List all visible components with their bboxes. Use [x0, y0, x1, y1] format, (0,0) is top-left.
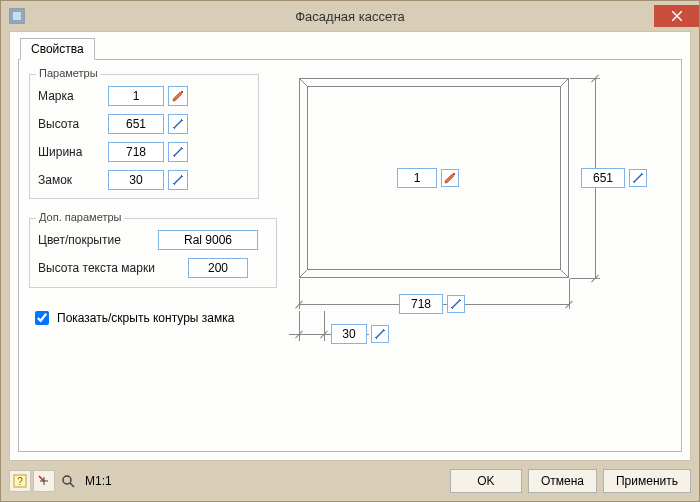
client-area: Свойства Параметры Марка Высота	[9, 31, 691, 461]
preview-measure-lock-button[interactable]	[371, 325, 389, 343]
svg-line-8	[174, 148, 182, 156]
measure-icon	[632, 172, 644, 184]
tab-panel: Параметры Марка Высота Ширина	[18, 59, 682, 452]
zoom-button[interactable]	[57, 470, 79, 492]
fieldset-extra: Доп. параметры Цвет/покрытие Высота текс…	[29, 218, 277, 288]
edit-mark-button[interactable]	[168, 86, 188, 106]
help-button[interactable]: ?	[9, 470, 31, 492]
input-text-height[interactable]	[188, 258, 248, 278]
svg-line-11	[174, 176, 182, 184]
measure-icon	[172, 118, 184, 130]
checkbox-row-show-lock[interactable]: Показать/скрыть контуры замка	[31, 308, 234, 328]
close-button[interactable]	[654, 5, 699, 27]
preview-input-width[interactable]	[399, 294, 443, 314]
label-color: Цвет/покрытие	[38, 233, 158, 247]
svg-line-14	[299, 78, 307, 86]
svg-line-25	[376, 330, 384, 338]
svg-line-5	[174, 120, 182, 128]
measure-icon	[172, 174, 184, 186]
svg-point-33	[63, 476, 71, 484]
bottom-bar: ? М1:1 OK Отмена Применить	[9, 467, 691, 495]
label-text-height: Высота текста марки	[38, 261, 188, 275]
point-button[interactable]	[33, 470, 55, 492]
help-icon: ?	[13, 474, 27, 488]
cursor-icon	[37, 474, 51, 488]
preview-input-lock[interactable]	[331, 324, 367, 344]
input-width[interactable]	[108, 142, 164, 162]
titlebar: Фасадная кассета	[1, 1, 699, 31]
preview-area	[289, 68, 673, 443]
measure-lock-button[interactable]	[168, 170, 188, 190]
app-icon	[9, 8, 25, 24]
input-mark[interactable]	[108, 86, 164, 106]
tabstrip: Свойства	[20, 38, 95, 60]
svg-line-22	[452, 300, 460, 308]
svg-rect-18	[453, 173, 455, 175]
apply-button[interactable]: Применить	[603, 469, 691, 493]
dialog-window: Фасадная кассета Свойства Параметры Марк…	[0, 0, 700, 502]
legend-extra: Доп. параметры	[36, 211, 124, 223]
preview-measure-width-button[interactable]	[447, 295, 465, 313]
magnifier-icon	[61, 474, 75, 488]
checkbox-show-lock[interactable]	[35, 311, 49, 325]
svg-line-17	[561, 270, 569, 278]
svg-line-15	[561, 78, 569, 86]
legend-parameters: Параметры	[36, 67, 101, 79]
measure-icon	[450, 298, 462, 310]
svg-text:?: ?	[17, 476, 23, 487]
svg-line-19	[634, 174, 642, 182]
preview-input-mark[interactable]	[397, 168, 437, 188]
input-color[interactable]	[158, 230, 258, 250]
label-height: Высота	[38, 117, 108, 131]
zoom-label: М1:1	[85, 474, 112, 488]
label-width: Ширина	[38, 145, 108, 159]
preview-edit-mark-button[interactable]	[441, 169, 459, 187]
svg-line-34	[70, 483, 74, 487]
pencil-icon	[172, 90, 184, 102]
measure-width-button[interactable]	[168, 142, 188, 162]
input-height[interactable]	[108, 114, 164, 134]
cancel-button[interactable]: Отмена	[528, 469, 597, 493]
svg-line-16	[299, 270, 307, 278]
svg-rect-4	[181, 91, 183, 93]
tab-properties[interactable]: Свойства	[20, 38, 95, 60]
pencil-icon	[444, 172, 456, 184]
label-lock: Замок	[38, 173, 108, 187]
checkbox-label: Показать/скрыть контуры замка	[57, 311, 234, 325]
ok-button[interactable]: OK	[450, 469, 522, 493]
measure-icon	[172, 146, 184, 158]
preview-measure-height-button[interactable]	[629, 169, 647, 187]
preview-input-height[interactable]	[581, 168, 625, 188]
input-lock[interactable]	[108, 170, 164, 190]
window-title: Фасадная кассета	[1, 9, 699, 24]
fieldset-parameters: Параметры Марка Высота Ширина	[29, 74, 259, 199]
measure-height-button[interactable]	[168, 114, 188, 134]
measure-icon	[374, 328, 386, 340]
label-mark: Марка	[38, 89, 108, 103]
svg-line-32	[39, 476, 44, 481]
